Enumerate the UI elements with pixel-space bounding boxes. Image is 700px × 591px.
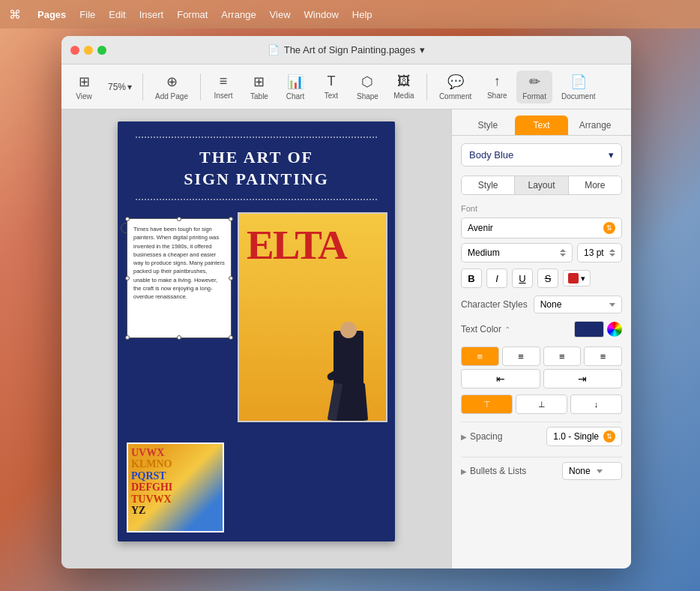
resize-handle-ml[interactable]: [125, 276, 130, 280]
font-size-box[interactable]: 13 pt: [577, 243, 622, 262]
resize-handle-bl[interactable]: [125, 335, 130, 340]
tab-style[interactable]: Style: [461, 116, 515, 135]
align-justify-button[interactable]: ≡: [584, 346, 622, 366]
strikethrough-button[interactable]: S: [537, 268, 558, 288]
menu-arrange[interactable]: Arrange: [221, 9, 256, 20]
underline-button[interactable]: U: [512, 268, 533, 288]
toolbar-media-label: Media: [393, 92, 414, 100]
spacing-stepper-icon[interactable]: ⇅: [603, 430, 615, 442]
title-bar: 📄 The Art of Sign Painting.pages ▾: [61, 36, 631, 64]
character-styles-row: Character Styles None: [461, 296, 622, 314]
text-color-chevron-icon[interactable]: ⌃: [504, 326, 510, 334]
toolbar-table-label: Table: [250, 92, 268, 100]
toolbar-shape[interactable]: ⬡ Shape: [351, 70, 384, 104]
menu-help[interactable]: Help: [352, 9, 372, 20]
menu-window[interactable]: Window: [304, 9, 339, 20]
align-left-button[interactable]: ≡: [461, 346, 499, 366]
sub-tab-style[interactable]: Style: [462, 176, 515, 194]
paragraph-style-dropdown[interactable]: Body Blue ▾: [461, 143, 622, 166]
toolbar-document[interactable]: 📄 Document: [555, 70, 602, 104]
comment-icon: 💬: [447, 74, 464, 90]
valign-bottom-button[interactable]: ↓: [570, 394, 622, 414]
toolbar-view[interactable]: ⊞ View: [67, 70, 100, 104]
character-styles-value: None: [540, 299, 562, 310]
tab-text[interactable]: Text: [515, 116, 569, 135]
document-canvas[interactable]: THE ART OF SIGN PAINTING: [61, 110, 451, 568]
toolbar-chart[interactable]: 📊 Chart: [279, 70, 312, 104]
page-body: Times have been tough for sign painters.…: [118, 212, 395, 422]
menu-format[interactable]: Format: [177, 9, 208, 20]
text-color-swatch-small: [568, 273, 579, 284]
main-image-container[interactable]: ELTA: [238, 212, 387, 422]
bullets-chevron-icon[interactable]: ▶: [461, 467, 467, 476]
resize-handle-tm[interactable]: [177, 217, 181, 221]
minimize-button[interactable]: [84, 46, 93, 55]
valign-middle-button[interactable]: ⊥: [516, 394, 567, 414]
toolbar-zoom[interactable]: 75% ▾: [103, 79, 136, 95]
toolbar-media[interactable]: 🖼 Media: [387, 70, 420, 103]
font-style-select[interactable]: Medium: [461, 243, 573, 262]
toolbar-format[interactable]: ✏ Format: [516, 70, 552, 104]
italic-button[interactable]: I: [486, 268, 507, 288]
inspector-tabs: Style Text Arrange: [452, 110, 631, 136]
sub-tab-more[interactable]: More: [569, 176, 621, 194]
main-content: THE ART OF SIGN PAINTING: [61, 110, 631, 568]
page-header: THE ART OF SIGN PAINTING: [118, 122, 395, 212]
sub-tab-layout[interactable]: Layout: [515, 176, 568, 194]
menu-insert[interactable]: Insert: [139, 9, 164, 20]
decrease-indent-button[interactable]: ⇤: [461, 369, 540, 388]
resize-handle-tl[interactable]: [125, 217, 130, 221]
inspector-content: Body Blue ▾ Style Layout More Font Aveni…: [452, 136, 631, 568]
apple-menu[interactable]: ⌘: [9, 8, 21, 22]
font-size-down-icon[interactable]: [609, 254, 615, 256]
valign-top-button[interactable]: ⊤: [461, 394, 513, 414]
font-name-select[interactable]: Avenir ⇅: [461, 218, 622, 238]
close-button[interactable]: [70, 46, 79, 55]
character-styles-select[interactable]: None: [534, 296, 622, 314]
body-text-box[interactable]: Times have been tough for sign painters.…: [127, 218, 232, 338]
resize-handle-tr[interactable]: [229, 217, 233, 221]
resize-handle-mr[interactable]: [229, 276, 233, 280]
fullscreen-button[interactable]: [97, 46, 106, 55]
toolbar-text[interactable]: T Text: [315, 70, 348, 103]
toolbar-insert[interactable]: ≡ Insert: [207, 70, 240, 103]
font-style-row: Medium 13 pt: [461, 243, 622, 262]
dropdown-chevron-icon[interactable]: ▾: [420, 44, 425, 56]
alignment-section: ≡ ≡ ≡ ≡ ⇤ ⇥: [461, 346, 622, 388]
toolbar-comment-label: Comment: [439, 92, 471, 100]
vertical-align-row: ⊤ ⊥ ↓: [461, 394, 622, 414]
menu-view[interactable]: View: [270, 9, 291, 20]
document-icon: 📄: [268, 44, 280, 56]
alignment-row: ≡ ≡ ≡ ≡: [461, 346, 622, 366]
tab-arrange[interactable]: Arrange: [568, 116, 622, 135]
text-format-color-button[interactable]: ▾: [563, 270, 591, 286]
document-title: The Art of Sign Painting.pages: [284, 44, 416, 56]
toolbar: ⊞ View 75% ▾ ⊕ Add Page ≡ Insert ⊞ Table…: [61, 64, 631, 110]
toolbar-comment[interactable]: 💬 Comment: [433, 70, 477, 104]
menu-pages[interactable]: Pages: [37, 9, 66, 20]
align-center-button[interactable]: ≡: [502, 346, 540, 366]
toolbar-table[interactable]: ⊞ Table: [243, 70, 276, 104]
color-dropdown-chevron-icon[interactable]: ▾: [581, 274, 585, 284]
toolbar-share[interactable]: ↑ Share: [480, 70, 513, 103]
bullets-select[interactable]: None: [562, 462, 622, 480]
increase-indent-button[interactable]: ⇥: [543, 369, 623, 388]
spacing-chevron-icon[interactable]: ▶: [461, 433, 467, 441]
text-color-label: Text Color: [461, 324, 501, 334]
spacing-value-select[interactable]: 1.0 - Single ⇅: [546, 427, 622, 446]
align-right-button[interactable]: ≡: [543, 346, 582, 366]
resize-handle-br[interactable]: [229, 335, 233, 340]
menu-edit[interactable]: Edit: [109, 9, 125, 20]
toolbar-shape-label: Shape: [357, 92, 378, 100]
text-box-container[interactable]: Times have been tough for sign painters.…: [127, 218, 232, 422]
menu-file[interactable]: File: [79, 9, 95, 20]
font-stepper-icon[interactable]: ⇅: [603, 222, 615, 234]
resize-handle-bm[interactable]: [177, 335, 181, 340]
color-wheel-button[interactable]: [607, 322, 622, 337]
toolbar-add-page[interactable]: ⊕ Add Page: [149, 70, 194, 104]
bold-button[interactable]: B: [461, 268, 482, 288]
font-size-up-icon[interactable]: [609, 249, 615, 252]
text-color-swatch[interactable]: [574, 321, 604, 338]
text-format-buttons: B I U S ▾: [461, 268, 622, 288]
window-title: 📄 The Art of Sign Painting.pages ▾: [268, 44, 426, 56]
